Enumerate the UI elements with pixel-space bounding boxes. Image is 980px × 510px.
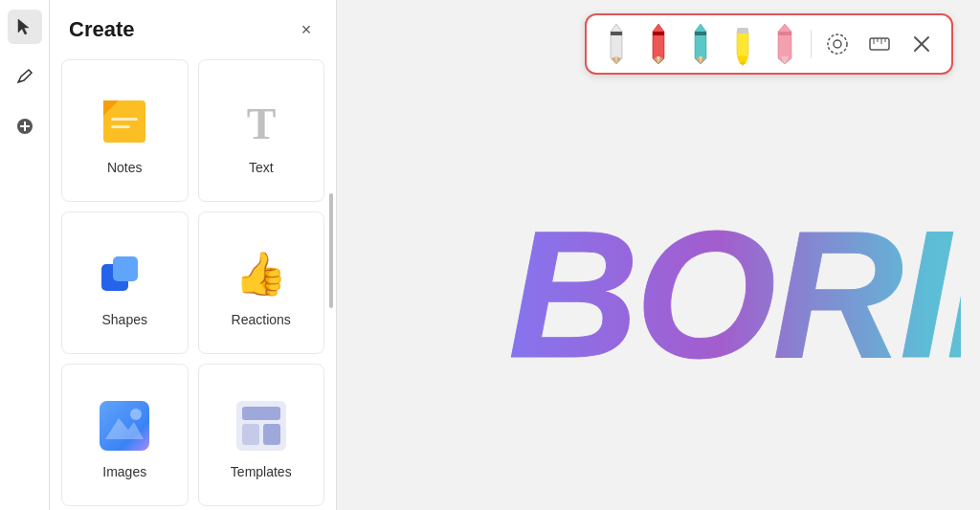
templates-label: Templates	[231, 464, 292, 479]
text-label: Text	[249, 160, 274, 175]
svg-rect-35	[778, 32, 791, 35]
cursor-icon	[15, 17, 34, 36]
text-icon: T	[236, 97, 286, 146]
ruler-icon	[866, 31, 893, 57]
canvas-area[interactable]: BORING	[337, 0, 980, 510]
canvas-drawing: BORING	[490, 96, 961, 472]
svg-rect-6	[111, 118, 138, 121]
create-panel-header: Create ×	[50, 0, 336, 55]
svg-rect-24	[653, 32, 664, 35]
grid-item-notes[interactable]: Notes	[61, 59, 189, 202]
close-toolbar-icon	[913, 35, 930, 53]
lasso-icon	[824, 31, 851, 57]
svg-rect-20	[611, 32, 622, 35]
svg-rect-30	[737, 30, 748, 56]
templates-icon-container	[233, 397, 290, 455]
svg-point-38	[834, 40, 841, 48]
notes-icon-container	[96, 93, 153, 150]
svg-rect-28	[695, 32, 706, 35]
grid-item-images[interactable]: Images	[61, 364, 189, 506]
images-label: Images	[102, 464, 146, 479]
svg-rect-17	[263, 424, 280, 445]
close-toolbar-button[interactable]	[903, 23, 940, 65]
black-pencil-button[interactable]	[598, 23, 635, 65]
eraser-icon	[774, 22, 795, 66]
grid-item-shapes[interactable]: Shapes	[61, 211, 189, 354]
teal-pen-icon	[691, 22, 710, 66]
pen-tool-button[interactable]	[8, 59, 42, 94]
create-grid: Notes T Text Shapes	[50, 55, 336, 510]
plus-icon	[15, 117, 34, 136]
notes-icon	[100, 97, 149, 146]
create-title: Create	[69, 17, 134, 42]
lasso-button[interactable]	[819, 23, 856, 65]
shapes-icon	[100, 249, 149, 299]
ruler-button[interactable]	[861, 23, 898, 65]
close-panel-icon: ×	[301, 20, 312, 40]
svg-text:BORING: BORING	[508, 192, 961, 394]
svg-rect-10	[113, 256, 138, 281]
svg-rect-15	[242, 407, 280, 420]
cursor-tool-button[interactable]	[8, 10, 42, 44]
black-pencil-icon	[607, 22, 626, 66]
yellow-highlighter-button[interactable]	[724, 23, 761, 65]
boring-handwritten-text: BORING	[490, 150, 961, 418]
grid-item-text[interactable]: T Text	[198, 59, 325, 202]
svg-rect-7	[111, 125, 130, 128]
add-button[interactable]	[8, 109, 42, 144]
reactions-icon-container: 👍	[233, 245, 290, 302]
svg-point-13	[130, 409, 142, 420]
images-icon	[100, 401, 149, 451]
templates-icon	[236, 401, 286, 451]
yellow-highlighter-icon	[732, 22, 753, 66]
scrollbar-thumb	[329, 193, 333, 308]
eraser-button[interactable]	[767, 23, 803, 65]
svg-rect-31	[737, 28, 748, 33]
images-icon-container	[96, 397, 153, 455]
left-rail	[0, 0, 50, 510]
toolbar-divider-1	[811, 30, 812, 58]
create-panel: Create × Notes T Tex	[50, 0, 337, 510]
text-icon-container: T	[233, 93, 290, 150]
teal-pen-button[interactable]	[682, 23, 719, 65]
grid-item-templates[interactable]: Templates	[198, 364, 325, 506]
shapes-icon-container	[96, 245, 153, 302]
svg-point-37	[828, 34, 847, 54]
shapes-label: Shapes	[102, 312, 147, 327]
reactions-icon: 👍	[234, 249, 287, 299]
svg-rect-39	[870, 38, 889, 50]
reactions-label: Reactions	[232, 312, 291, 327]
notes-label: Notes	[107, 160, 143, 175]
svg-rect-16	[242, 424, 259, 445]
grid-item-reactions[interactable]: 👍 Reactions	[198, 211, 325, 354]
red-pencil-button[interactable]	[640, 23, 677, 65]
close-panel-button[interactable]: ×	[292, 15, 321, 44]
drawing-toolbar	[585, 13, 953, 75]
pen-icon	[15, 67, 34, 86]
svg-text:T: T	[246, 100, 276, 146]
svg-marker-0	[18, 19, 29, 34]
scrollbar[interactable]	[328, 57, 334, 510]
red-pencil-icon	[649, 22, 668, 66]
